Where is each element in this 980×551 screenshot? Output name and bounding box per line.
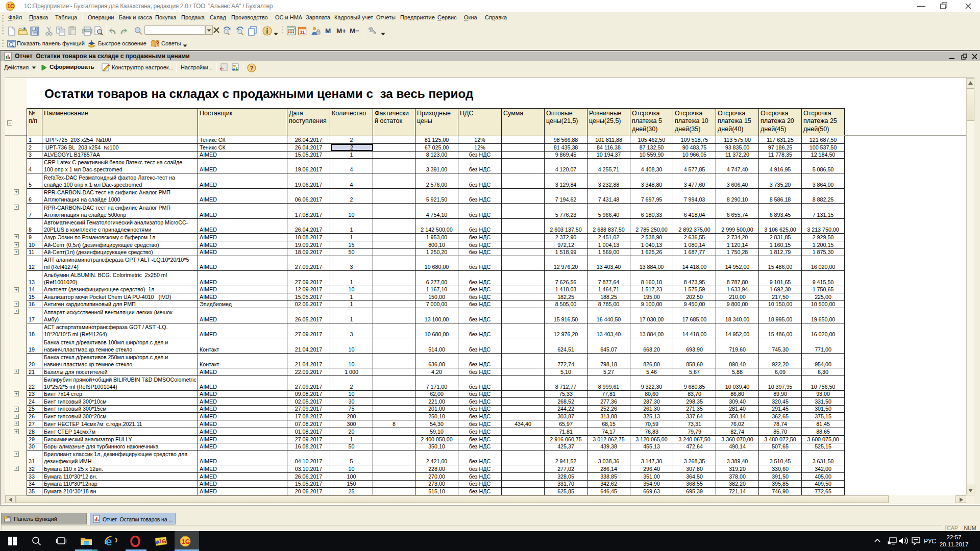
svg-text:1С: 1С — [7, 3, 14, 9]
svg-text:1С: 1С — [182, 538, 190, 545]
svg-text:?: ? — [250, 65, 254, 72]
svg-text:?: ? — [156, 40, 159, 46]
svg-text:31: 31 — [300, 30, 305, 35]
